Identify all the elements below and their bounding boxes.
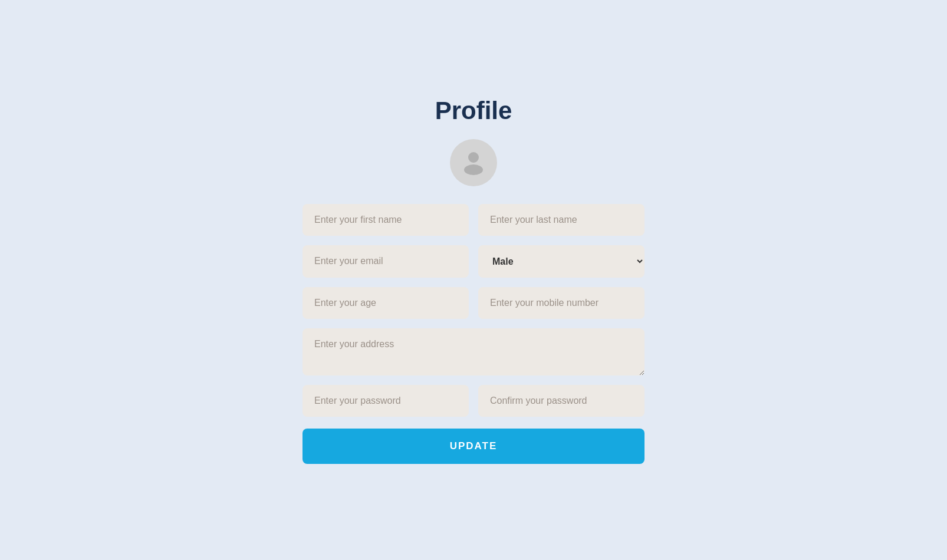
address-row [302, 328, 645, 375]
password-row [302, 385, 645, 417]
password-input[interactable] [302, 385, 469, 417]
first-name-input[interactable] [302, 204, 469, 236]
email-input[interactable] [302, 245, 469, 278]
form-fields: Male Female Other UPDATE [302, 204, 645, 464]
mobile-input[interactable] [478, 287, 645, 319]
svg-point-0 [468, 152, 479, 163]
age-input[interactable] [302, 287, 469, 319]
profile-form-container: Profile Male Female Other [302, 97, 645, 464]
name-row [302, 204, 645, 236]
email-gender-row: Male Female Other [302, 245, 645, 278]
page-title: Profile [435, 97, 512, 125]
age-mobile-row [302, 287, 645, 319]
avatar [450, 139, 497, 186]
svg-point-1 [464, 164, 483, 175]
gender-select[interactable]: Male Female Other [478, 245, 645, 278]
address-textarea[interactable] [302, 328, 645, 375]
update-button[interactable]: UPDATE [302, 429, 645, 464]
user-avatar-icon [458, 146, 489, 179]
confirm-password-input[interactable] [478, 385, 645, 417]
last-name-input[interactable] [478, 204, 645, 236]
